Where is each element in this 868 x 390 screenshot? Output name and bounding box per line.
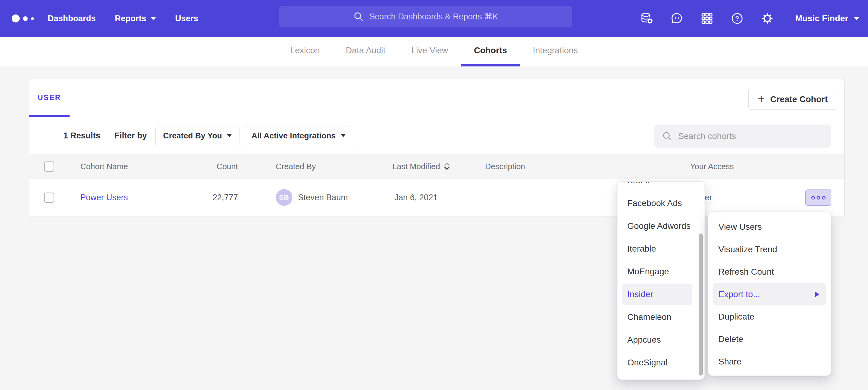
global-search-input[interactable]: Search Dashboards & Reports ⌘K: [279, 6, 572, 27]
submenu-item-insider[interactable]: Insider: [622, 284, 692, 305]
submenu-item-facebook-ads[interactable]: Facebook Ads: [617, 192, 705, 215]
submenu-item-appcues[interactable]: Appcues: [617, 328, 705, 351]
data-management-icon[interactable]: [640, 12, 653, 25]
column-header-your-access: Your Access: [690, 154, 734, 179]
create-cohort-label: Create Cohort: [770, 94, 828, 104]
search-icon: [353, 11, 364, 22]
logo-dot-small: [31, 17, 34, 20]
card-header: USER + Create Cohort: [29, 79, 844, 117]
plus-icon: +: [758, 93, 765, 105]
last-modified-value: Jan 6, 2021: [394, 179, 438, 216]
submenu-item-google-adwords[interactable]: Google Adwords: [617, 215, 705, 237]
menu-item-view-users[interactable]: View Users: [708, 216, 831, 238]
select-all-checkbox[interactable]: [44, 161, 54, 172]
submenu-item-chameleon[interactable]: Chameleon: [617, 306, 705, 328]
export-to-label: Export to...: [718, 289, 760, 299]
top-nav: Dashboards Reports Users Search Dashboar…: [0, 0, 868, 37]
submenu-item-onesignal[interactable]: OneSignal: [617, 351, 705, 374]
global-search-placeholder: Search Dashboards & Reports ⌘K: [369, 12, 498, 22]
column-header-count: Count: [158, 154, 238, 179]
mixpanel-logo[interactable]: [12, 0, 34, 37]
primary-nav: Dashboards Reports Users: [48, 0, 198, 37]
nav-reports[interactable]: Reports: [115, 14, 156, 23]
tab-cohorts[interactable]: Cohorts: [461, 37, 520, 66]
tab-integrations[interactable]: Integrations: [520, 37, 591, 66]
table-header: Cohort Name Count Created By Last Modifi…: [29, 154, 844, 179]
logo-dot-medium: [23, 16, 28, 21]
created-by-filter-dropdown[interactable]: Created By You: [155, 126, 240, 145]
nav-dashboards-label: Dashboards: [48, 14, 96, 23]
section-tabbar: Lexicon Data Audit Live View Cohorts Int…: [0, 37, 868, 66]
export-submenu: Braze Facebook Ads Google Adwords Iterab…: [617, 182, 705, 380]
submenu-item-braze[interactable]: Braze: [617, 182, 705, 192]
menu-item-export-to[interactable]: Export to...: [713, 283, 826, 305]
feedback-icon[interactable]: [670, 12, 684, 25]
results-count: 1 Results: [63, 117, 100, 154]
nav-dashboards[interactable]: Dashboards: [48, 14, 96, 23]
menu-item-share[interactable]: Share: [708, 350, 831, 373]
cohort-search-input[interactable]: [678, 131, 823, 141]
tab-lexicon[interactable]: Lexicon: [277, 37, 333, 66]
row-context-menu: View Users Visualize Trend Refresh Count…: [708, 212, 831, 376]
logo-dot-large: [12, 14, 20, 23]
nav-users-label: Users: [175, 14, 198, 23]
submenu-item-moengage[interactable]: MoEngage: [617, 260, 705, 283]
menu-item-visualize-trend[interactable]: Visualize Trend: [708, 238, 831, 261]
more-options-button[interactable]: [805, 190, 831, 206]
integrations-filter-dropdown[interactable]: All Active Integrations: [244, 126, 353, 145]
cohort-count: 22,777: [158, 179, 238, 216]
submenu-arrow-icon: [815, 292, 819, 297]
menu-item-duplicate[interactable]: Duplicate: [708, 305, 831, 328]
chevron-down-icon: [854, 17, 859, 20]
created-by-filter-label: Created By You: [163, 131, 222, 140]
help-icon[interactable]: ?: [731, 12, 744, 25]
project-name: Music Finder: [795, 13, 848, 23]
menu-item-delete[interactable]: Delete: [708, 328, 831, 350]
filter-row: 1 Results Filter by Created By You All A…: [29, 117, 844, 154]
column-header-created-by: Created By: [276, 154, 316, 179]
cohort-search-field: [654, 125, 831, 148]
top-nav-right: ? Music Finder: [640, 0, 859, 37]
create-cohort-button[interactable]: + Create Cohort: [748, 89, 837, 110]
chevron-down-icon: [341, 134, 346, 137]
project-selector[interactable]: Music Finder: [795, 13, 859, 23]
table-row: Power Users 22,777 SB Steven Baum Jan 6,…: [29, 179, 844, 216]
last-modified-label: Last Modified: [393, 162, 440, 171]
created-by-cell: SB Steven Baum: [276, 179, 348, 216]
search-icon: [662, 131, 673, 141]
apps-grid-icon[interactable]: [700, 12, 714, 25]
tab-live-view[interactable]: Live View: [398, 37, 461, 66]
filter-by-label: Filter by: [115, 117, 147, 154]
chevron-down-icon: [151, 17, 156, 20]
tab-data-audit[interactable]: Data Audit: [333, 37, 398, 66]
divider: [105, 127, 105, 144]
row-checkbox[interactable]: [44, 193, 54, 203]
svg-text:?: ?: [735, 15, 739, 22]
created-by-name: Steven Baum: [298, 193, 348, 202]
column-header-cohort-name: Cohort Name: [80, 154, 128, 179]
more-options-icon: [810, 195, 827, 201]
submenu-scrollbar[interactable]: [699, 233, 703, 376]
column-header-description: Description: [485, 154, 525, 179]
nav-users[interactable]: Users: [175, 14, 198, 23]
avatar: SB: [276, 189, 292, 206]
sort-icon: [443, 162, 451, 171]
chevron-down-icon: [227, 134, 232, 137]
tab-user-cohorts[interactable]: USER: [29, 79, 69, 117]
integrations-filter-label: All Active Integrations: [251, 131, 336, 140]
nav-reports-label: Reports: [115, 14, 146, 23]
submenu-item-iterable[interactable]: Iterable: [617, 237, 705, 260]
cohort-name-link[interactable]: Power Users: [80, 179, 128, 216]
cohorts-card: USER + Create Cohort 1 Results Filter by…: [29, 79, 845, 216]
menu-item-refresh-count[interactable]: Refresh Count: [708, 261, 831, 283]
settings-gear-icon[interactable]: [761, 12, 774, 25]
column-header-last-modified[interactable]: Last Modified: [393, 154, 451, 179]
